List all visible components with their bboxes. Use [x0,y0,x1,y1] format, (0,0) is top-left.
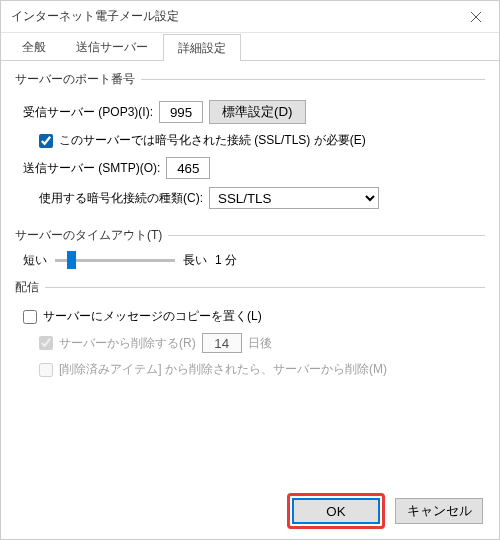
tab-strip: 全般 送信サーバー 詳細設定 [1,33,499,61]
remove-after-days-suffix: 日後 [248,335,272,352]
timeout-long-label: 長い [183,252,207,269]
tab-advanced[interactable]: 詳細設定 [163,34,241,61]
incoming-port-label: 受信サーバー (POP3)(I): [23,104,153,121]
group-timeout: サーバーのタイムアウト(T) 短い 長い 1 分 [15,227,485,269]
ssl-required-checkbox[interactable] [39,134,53,148]
incoming-port-input[interactable] [159,101,203,123]
remove-after-checkbox [39,336,53,350]
timeout-slider[interactable] [55,259,175,262]
restore-defaults-button[interactable]: 標準設定(D) [209,100,306,124]
leave-copy-checkbox[interactable] [23,310,37,324]
tab-panel-advanced: サーバーのポート番号 受信サーバー (POP3)(I): 標準設定(D) このサ… [1,61,499,483]
group-delivery: 配信 サーバーにメッセージのコピーを置く(L) サーバーから削除する(R) 日後… [15,279,485,386]
encryption-type-label: 使用する暗号化接続の種類(C): [39,190,203,207]
leave-copy-label: サーバーにメッセージのコピーを置く(L) [43,308,262,325]
group-server-ports: サーバーのポート番号 受信サーバー (POP3)(I): 標準設定(D) このサ… [15,71,485,217]
remove-when-deleted-checkbox [39,363,53,377]
encryption-type-select[interactable]: SSL/TLS [209,187,379,209]
group-timeout-legend: サーバーのタイムアウト(T) [15,227,168,244]
remove-when-deleted-label: [削除済みアイテム] から削除されたら、サーバーから削除(M) [59,361,387,378]
tab-outgoing-server[interactable]: 送信サーバー [61,33,163,60]
timeout-slider-thumb[interactable] [67,251,76,269]
remove-after-days-input [202,333,242,353]
outgoing-port-input[interactable] [166,157,210,179]
timeout-short-label: 短い [23,252,47,269]
window-title: インターネット電子メール設定 [11,8,453,25]
ok-highlight: OK [287,493,385,529]
timeout-value: 1 分 [215,252,237,269]
tab-general[interactable]: 全般 [7,33,61,60]
dialog-window: インターネット電子メール設定 全般 送信サーバー 詳細設定 サーバーのポート番号… [0,0,500,540]
ok-button[interactable]: OK [292,498,380,524]
group-server-ports-legend: サーバーのポート番号 [15,71,141,88]
button-bar: OK キャンセル [1,483,499,539]
group-delivery-legend: 配信 [15,279,45,296]
outgoing-port-label: 送信サーバー (SMTP)(O): [23,160,160,177]
ssl-required-label: このサーバーでは暗号化された接続 (SSL/TLS) が必要(E) [59,132,366,149]
remove-after-label: サーバーから削除する(R) [59,335,196,352]
close-icon [471,12,481,22]
titlebar: インターネット電子メール設定 [1,1,499,33]
close-button[interactable] [453,1,499,33]
cancel-button[interactable]: キャンセル [395,498,483,524]
